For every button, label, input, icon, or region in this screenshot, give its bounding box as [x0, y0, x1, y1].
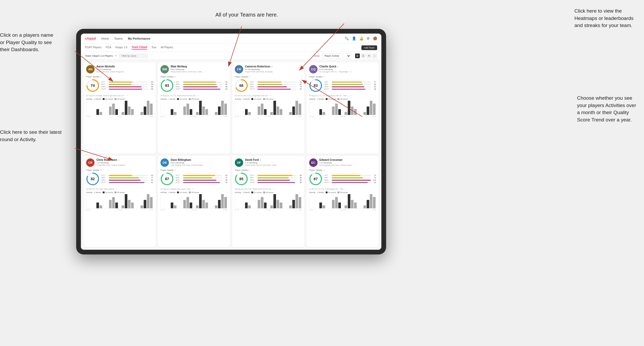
quality-circle[interactable]: 85	[235, 172, 248, 185]
card-header: CQ Charlie Quick ✓ 6-10 Handicap St. Geo…	[309, 65, 376, 73]
chart-bar	[215, 205, 217, 208]
chart-bars	[86, 194, 153, 208]
chart-bar	[96, 203, 99, 208]
latest-round[interactable]: 26 Aug 23 | 73 (+1), Royal North Devon G…	[160, 94, 227, 97]
chart-bars	[235, 194, 302, 208]
player-name[interactable]: Chris Robertson ✓	[96, 158, 153, 162]
chart-bar	[218, 107, 221, 115]
chart-bars	[161, 101, 227, 115]
chart-bars	[309, 101, 376, 115]
player-name[interactable]: Cameron Robertson ✓	[245, 65, 302, 68]
filter-icon[interactable]: ▼	[367, 54, 371, 58]
player-info: Cameron Robertson ✓ 11-15 Handicap Royal…	[245, 65, 302, 73]
chart-bar	[125, 101, 127, 115]
list-view-icon[interactable]: ☰	[361, 54, 366, 58]
chart-axis: 31 Jul21 Aug4 Sep	[235, 209, 302, 211]
nav-teams[interactable]: Teams	[114, 37, 123, 40]
player-card[interactable]: CQ Charlie Quick ✓ 6-10 Handicap St. Geo…	[307, 62, 379, 154]
latest-round[interactable]: 07 Aug 23 | 77 (+7), St George's Hill GC…	[309, 94, 376, 97]
chart-bar	[289, 205, 292, 208]
quality-label: Player Quality ⓘ	[235, 76, 302, 78]
quality-row-app: APP 77	[101, 177, 153, 179]
player-name[interactable]: Charlie Quick ✓	[319, 65, 376, 68]
quality-circle[interactable]: 83	[309, 79, 322, 92]
card-header: BM Blair McHarg Plus Handicap Royal Nort…	[160, 65, 227, 73]
latest-round[interactable]: 18 Jul 23 | 74 (+4), Sunningdale GC - Ol…	[309, 188, 376, 190]
chart-bar	[323, 205, 325, 208]
quality-bars: OTT 84 APP 85	[176, 81, 227, 90]
card-header: CR Cameron Robertson ✓ 11-15 Handicap Ro…	[235, 65, 302, 73]
subnav-team-clippd[interactable]: Team Clippd	[132, 46, 147, 50]
sort-icon[interactable]: ↕	[372, 54, 377, 58]
chart-area	[86, 101, 153, 115]
player-card[interactable]: BM Blair McHarg Plus Handicap Royal Nort…	[158, 62, 230, 154]
search-input[interactable]	[119, 54, 148, 58]
chart-bar	[122, 112, 124, 115]
grid-view-icon[interactable]: ⊞	[355, 54, 360, 58]
latest-round[interactable]: 02 Jul 23 | 59 (+17), Craigmillar Park G…	[235, 94, 302, 97]
quality-row-ott: OTT 82	[176, 174, 227, 176]
quality-row-putt: PUTT 85	[250, 88, 302, 90]
latest-round[interactable]: 03 Mar 23 | 19, Must make putting →	[86, 188, 153, 190]
subnav-pga[interactable]: PGA	[106, 46, 111, 49]
show-select[interactable]: Player Activity Quality Score Trend	[322, 54, 351, 58]
player-name[interactable]: Dave Billingham	[171, 158, 227, 162]
chart-bar	[128, 200, 131, 208]
player-card[interactable]: CR Cameron Robertson ✓ 11-15 Handicap Ro…	[232, 62, 304, 154]
quality-circle[interactable]: 68	[235, 79, 248, 92]
chart-bar	[144, 200, 146, 208]
edit-icon[interactable]: ✏	[115, 54, 117, 57]
add-team-button[interactable]: Add Team	[361, 45, 377, 50]
chart-bar	[323, 112, 325, 115]
quality-row-arg: ARG 83	[324, 86, 376, 88]
chart-bar	[354, 109, 357, 115]
player-name[interactable]: Blair McHarg	[171, 65, 227, 68]
nav-logo: clippd	[85, 36, 96, 40]
player-card[interactable]: CR Chris Robertson ✓ 1-5 Handicap Craigm…	[84, 156, 156, 247]
player-info: Aaron Nicholls 11-15 Handicap Drift Golf…	[96, 65, 153, 73]
player-card[interactable]: AN Aaron Nicholls 11-15 Handicap Drift G…	[84, 62, 156, 154]
player-card[interactable]: DB Dave Billingham Plus Handicap Sag Mag…	[158, 156, 230, 247]
chart-bar	[258, 107, 260, 115]
activity-section: Activity · 1 Month On course Off course	[86, 191, 153, 211]
player-name[interactable]: David Ford ✓	[245, 158, 302, 162]
chart-bar	[370, 101, 372, 115]
subnav-tour[interactable]: Tour	[151, 46, 156, 49]
nav-my-performance[interactable]: My Performance	[128, 37, 150, 40]
latest-round[interactable]: 02 Sep 23 | Sunday round to get back int…	[86, 94, 153, 97]
chart-bar	[248, 112, 251, 115]
nav-home[interactable]: Home	[101, 37, 109, 40]
chart-bar	[277, 107, 279, 115]
quality-score: 82	[91, 177, 95, 181]
chart-bar	[215, 112, 217, 115]
profile-icon[interactable]: 👤	[352, 36, 356, 40]
chart-bars	[86, 101, 153, 115]
latest-round[interactable]: 04 Sep 23 | Mobility with coach, Gym →	[160, 188, 227, 190]
subnav-pgat[interactable]: PGAT Players	[85, 46, 101, 49]
annotation-top-right: Click here to view theHeatmaps or leader…	[574, 7, 633, 29]
quality-row-ott: OTT 61	[250, 81, 302, 83]
quality-row-putt: PUTT 96	[250, 182, 302, 183]
player-card[interactable]: DF David Ford ✓ 1-5 Handicap Royal North…	[232, 156, 304, 247]
avatar-icon[interactable]: 🟤	[373, 36, 377, 40]
chart-bar	[221, 101, 224, 115]
player-name[interactable]: Edward Crossman	[319, 158, 376, 162]
bell-icon[interactable]: 🔔	[359, 36, 363, 40]
quality-row-putt: PUTT 92	[324, 182, 376, 183]
quality-circle[interactable]: 93	[160, 79, 174, 92]
chart-bar	[144, 107, 146, 115]
player-name[interactable]: Aaron Nicholls	[96, 65, 153, 68]
quality-circle[interactable]: 82	[86, 172, 99, 185]
subnav-hcaps[interactable]: Hcaps 1-5	[116, 46, 128, 49]
latest-round[interactable]: 26 Aug 23 | 84 (+12), Royal North Devon …	[235, 188, 302, 190]
quality-circle[interactable]: 74	[86, 79, 99, 92]
search-icon[interactable]: 🔍	[345, 36, 349, 40]
quality-circle[interactable]: 87	[160, 172, 174, 185]
chart-bar	[258, 200, 260, 208]
player-handicap: 1-5 Handicap	[245, 162, 302, 164]
quality-circle[interactable]: 87	[309, 172, 322, 185]
player-card[interactable]: EC Edward Crossman 1-5 Handicap Sunningd…	[307, 156, 379, 247]
settings-icon[interactable]: ⚙	[367, 36, 370, 40]
chart-bar	[171, 109, 173, 115]
subnav-all-players[interactable]: All Players	[161, 46, 173, 49]
